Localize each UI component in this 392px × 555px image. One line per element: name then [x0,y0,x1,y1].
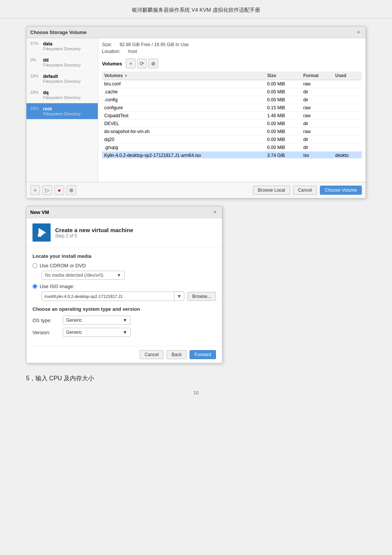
table-row[interactable]: dq200.00 MiBdir [102,136,362,144]
table-row[interactable]: CopaddTest1.46 MiBraw [102,112,362,120]
location-value: /root [128,49,137,54]
dropdown-arrow-icon: ▼ [117,273,121,278]
storage-dialog-close[interactable]: × [355,29,362,36]
os-type-section-label: Choose an operating system type and vers… [32,306,216,312]
newvm-header-title: Create a new virtual machine [55,227,133,233]
os-type-dropdown[interactable]: Generic ▼ [63,316,131,325]
iso-radio-row: Use ISO image: [32,284,216,289]
storage-dialog: Choose Storage Volume × 37% data Filesys… [26,26,366,198]
size-value: 82.98 GiB Free / 18.95 GiB In Use [120,42,189,47]
sidebar-item-data[interactable]: 37% data Filesystem Directory [26,38,98,54]
newvm-titlebar: New VM × [26,206,222,218]
newvm-forward-button[interactable]: Forward [190,350,216,359]
cancel-button[interactable]: Cancel [293,186,317,195]
storage-dialog-titlebar: Choose Storage Volume × [26,26,366,38]
cdrom-radio[interactable] [32,263,37,268]
location-label: Location: [102,49,120,54]
table-row[interactable]: .gnupg0.00 MiBdir [102,144,362,152]
version-row: Version: Generic ▼ [32,328,216,337]
iso-radio[interactable] [32,284,37,289]
os-type-dropdown-arrow: ▼ [123,318,127,323]
newvm-back-button[interactable]: Back [167,350,187,359]
version-dropdown-arrow: ▼ [123,330,127,335]
footer-refresh-button[interactable]: ⊗ [66,185,76,195]
storage-footer: + ▷ ● ⊗ Browse Local Cancel Choose Volum… [26,182,366,198]
storage-dialog-title: Choose Storage Volume [30,29,86,35]
choose-volume-button[interactable]: Choose Volume [320,186,362,195]
newvm-footer: Cancel Back Forward [26,346,222,363]
col-size[interactable]: Size [265,71,301,80]
table-row[interactable]: do-snapshot-for-vm.sh0.00 MiBraw [102,128,362,136]
locate-media-label: Locate your install media [32,253,216,259]
size-label: Size: [102,42,112,47]
os-section: Choose an operating system type and vers… [32,306,216,337]
newvm-header-icon [32,223,51,242]
sidebar-item-default[interactable]: 18% default Filesystem Directory [26,71,98,87]
volumes-label: Volumes [102,61,122,67]
table-row[interactable]: .config0.00 MiBdir [102,96,362,104]
iso-path-row: /root/Kylin-4.0.2-desktop-sp2-17121817.J… [42,291,216,301]
os-type-row: OS type: Generic ▼ [32,316,216,325]
os-type-label: OS type: [32,318,59,323]
newvm-header-text: Create a new virtual machine Step 2 of 5 [55,227,133,239]
newvm-header: Create a new virtual machine Step 2 of 5 [26,218,222,247]
step-label: 5，输入 CPU 及内存大小 [26,375,94,383]
storage-sidebar: 37% data Filesystem Directory 0% dd File… [26,38,98,182]
footer-add-button[interactable]: + [30,185,40,195]
iso-path-control: /root/Kylin-4.0.2-desktop-sp2-17121817.J… [42,291,184,301]
table-row[interactable]: configure0.15 MiBraw [102,104,362,112]
cdrom-radio-label: Use CDROM or DVD [40,263,86,268]
sidebar-item-dq[interactable]: 18% dq Filesystem Directory [26,87,98,103]
col-used[interactable]: Used [333,71,362,80]
iso-radio-label: Use ISO image: [40,284,74,289]
footer-play-button[interactable]: ▷ [42,185,52,195]
storage-right-panel: Size: 82.98 GiB Free / 18.95 GiB In Use … [98,38,366,182]
page-title: 银河麒麟服务器操作系统 V4 KVM 虚拟化软件适配手册 [0,0,392,19]
svg-rect-1 [38,234,43,235]
delete-volume-button[interactable]: ⊗ [148,59,158,68]
iso-path-text: /root/Kylin-4.0.2-desktop-sp2-17121817.J… [42,293,174,300]
browse-local-button[interactable]: Browse Local [253,186,290,195]
storage-location-row: Location: /root [102,49,362,54]
table-row[interactable]: .cache0.00 MiBdir [102,88,362,96]
newvm-close-button[interactable]: × [211,209,218,215]
storage-dialog-body: 37% data Filesystem Directory 0% dd File… [26,38,366,182]
volumes-table: Volumes ▼ Size Format Used bru.conf0.00 … [102,71,362,158]
page-number: 10 [0,390,392,395]
add-volume-button[interactable]: + [126,59,136,68]
refresh-volume-button[interactable]: ⟳ [137,59,147,68]
table-row[interactable]: Kylin-4.0.2-desktop-sp2-17121817.J1-arm6… [102,152,362,159]
newvm-header-subtitle: Step 2 of 5 [55,233,133,239]
newvm-cancel-button[interactable]: Cancel [140,350,164,359]
col-format[interactable]: Format [301,71,333,80]
browse-iso-button[interactable]: Browse... [187,292,216,301]
version-dropdown[interactable]: Generic ▼ [63,328,131,337]
no-media-dropdown[interactable]: No media detected (/dev/sr0) ▼ [42,271,125,280]
iso-path-dropdown-arrow[interactable]: ▼ [174,292,184,301]
storage-size-row: Size: 82.98 GiB Free / 18.95 GiB In Use [102,42,362,47]
storage-toolbar: Volumes + ⟳ ⊗ [102,59,362,68]
newvm-dialog: New VM × Create a new virtual machine St… [26,206,222,363]
volumes-table-container: Volumes ▼ Size Format Used bru.conf0.00 … [102,71,362,158]
sort-arrow: ▼ [124,74,128,78]
footer-stop-button[interactable]: ● [54,185,64,195]
newvm-body: Locate your install media Use CDROM or D… [26,247,222,346]
cdrom-radio-row: Use CDROM or DVD [32,263,216,268]
col-volumes[interactable]: Volumes ▼ [102,71,265,80]
table-row[interactable]: bru.conf0.00 MiBraw [102,80,362,88]
newvm-title: New VM [30,209,49,215]
version-label: Version: [32,330,59,335]
vm-play-icon [35,226,48,239]
sidebar-item-dd[interactable]: 0% dd Filesystem Directory [26,54,98,71]
storage-footer-left: + ▷ ● ⊗ [30,185,76,195]
svg-rect-2 [38,236,42,237]
sidebar-item-root[interactable]: 18% root Filesystem Directory [26,103,98,119]
storage-footer-right: Browse Local Cancel Choose Volume [253,186,362,195]
table-row[interactable]: DEVEL0.00 MiBdir [102,120,362,128]
no-media-dropdown-row: No media detected (/dev/sr0) ▼ [42,271,216,280]
